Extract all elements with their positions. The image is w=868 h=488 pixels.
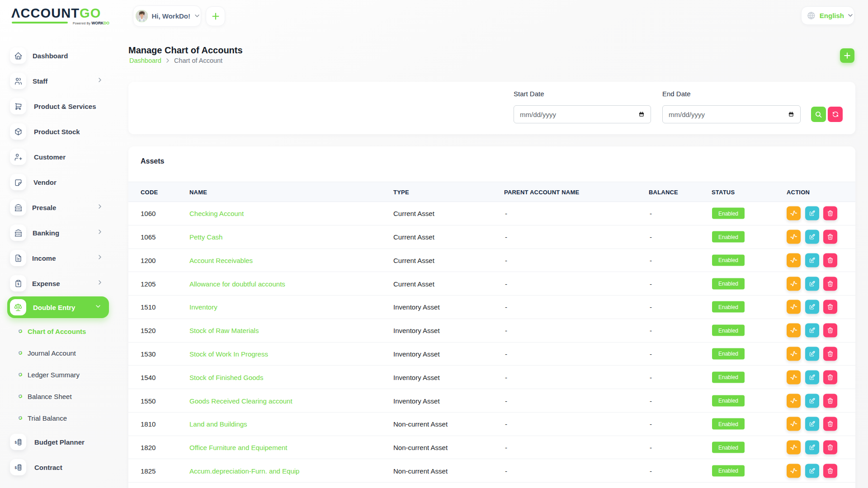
svg-text:$: $	[14, 465, 17, 469]
svg-text:$: $	[14, 440, 17, 444]
svg-text:$: $	[17, 282, 19, 286]
